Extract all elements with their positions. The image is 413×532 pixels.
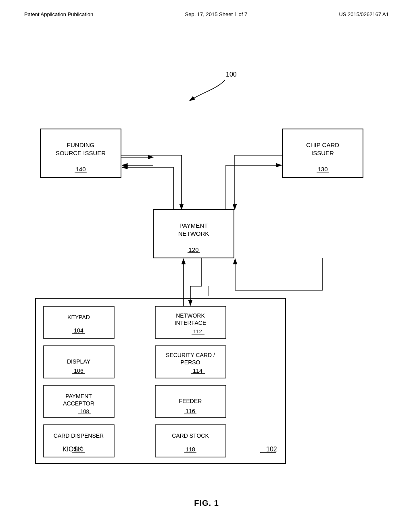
svg-text:110: 110 [74,446,83,453]
header-left: Patent Application Publication [24,11,93,17]
page-header: Patent Application Publication Sep. 17, … [0,0,413,17]
feeder-label: FEEDER [179,398,202,404]
svg-text:106: 106 [74,368,83,374]
display-label: DISPLAY [67,358,91,365]
svg-text:140: 140 [75,166,86,172]
card-dispenser-label: CARD DISPENSER [54,432,104,439]
svg-text:112: 112 [193,328,202,335]
svg-text:118: 118 [186,446,195,453]
diagram-container: 100 FUNDING SOURCE ISSUER 140 CHIP CARD … [0,48,413,532]
ref-100-label: 100 [226,71,237,78]
payment-network-label: PAYMENT [179,222,208,229]
diagram-svg: 100 FUNDING SOURCE ISSUER 140 CHIP CARD … [0,48,413,492]
chip-card-label: CHIP CARD [306,141,339,148]
svg-text:NETWORK: NETWORK [178,230,209,237]
header-middle: Sep. 17, 2015 Sheet 1 of 7 [185,11,248,17]
network-interface-label: NETWORK [176,312,205,319]
security-card-label: SECURITY CARD / [166,352,215,358]
svg-text:102: 102 [266,446,277,453]
figure-label: FIG. 1 [194,499,219,508]
svg-text:PERSO: PERSO [180,359,200,366]
svg-text:116: 116 [186,408,195,414]
keypad-label: KEYPAD [67,314,90,320]
funding-source-label: FUNDING [67,141,94,148]
svg-text:108: 108 [80,408,89,414]
svg-text:114: 114 [193,368,202,374]
svg-text:104: 104 [74,327,83,334]
keypad-box [44,306,114,339]
svg-text:INTERFACE: INTERFACE [175,320,206,326]
payment-acceptor-label: PAYMENT [65,393,92,399]
svg-text:130: 130 [317,166,327,172]
svg-text:ACCEPTOR: ACCEPTOR [63,400,94,407]
svg-text:120: 120 [188,246,198,253]
svg-text:SOURCE ISSUER: SOURCE ISSUER [56,150,106,156]
header-right: US 2015/0262167 A1 [339,11,389,17]
svg-text:ISSUER: ISSUER [311,150,334,156]
card-stock-label: CARD STOCK [172,432,209,439]
